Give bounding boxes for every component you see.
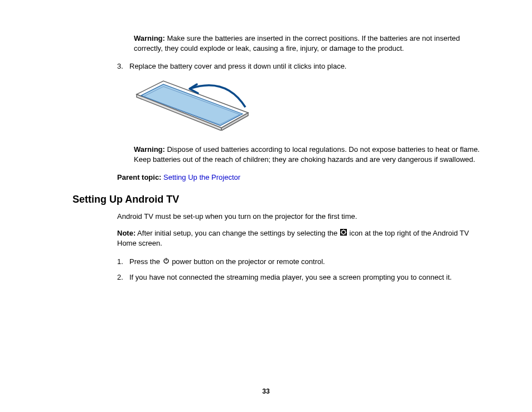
warning-block-1: Warning: Make sure the batteries are ins… <box>134 33 487 54</box>
step-text-after: power button on the projector or remote … <box>170 257 325 266</box>
warning-block-2: Warning: Dispose of used batteries accor… <box>134 145 487 165</box>
step-number: 3. <box>117 61 123 71</box>
note-label: Note: <box>117 229 136 237</box>
note-block: Note: After initial setup, you can chang… <box>117 228 487 249</box>
settings-gear-icon <box>340 228 347 238</box>
step-number: 1. <box>117 257 123 267</box>
note-text-before: After initial setup, you can change the … <box>136 229 340 237</box>
svg-line-8 <box>341 234 342 234</box>
section-intro: Android TV must be set-up when you turn … <box>117 212 487 222</box>
step-1: 1. Press the power button on the project… <box>117 257 487 267</box>
section-heading: Setting Up Android TV <box>72 193 487 207</box>
parent-topic-label: Parent topic: <box>117 173 161 181</box>
warning-label: Warning: <box>134 34 165 42</box>
warning-text: Make sure the batteries are inserted in … <box>134 34 460 52</box>
step-text-before: Press the <box>129 257 162 266</box>
parent-topic: Parent topic: Setting Up the Projector <box>117 173 487 183</box>
svg-line-7 <box>345 234 345 234</box>
svg-line-9 <box>345 231 345 231</box>
page-number: 33 <box>0 387 532 396</box>
battery-cover-illustration <box>134 78 487 133</box>
parent-topic-link[interactable]: Setting Up the Projector <box>161 173 240 181</box>
svg-line-6 <box>341 231 342 231</box>
step-number: 2. <box>117 272 123 282</box>
warning-label: Warning: <box>134 145 165 154</box>
step-2: 2. If you have not connected the streami… <box>117 272 487 282</box>
step-3: 3. Replace the battery cover and press i… <box>117 61 487 71</box>
warning-text: Dispose of used batteries according to l… <box>134 145 480 164</box>
step-text: If you have not connected the streaming … <box>129 273 452 281</box>
step-text: Replace the battery cover and press it d… <box>129 62 346 70</box>
power-icon <box>163 257 170 267</box>
